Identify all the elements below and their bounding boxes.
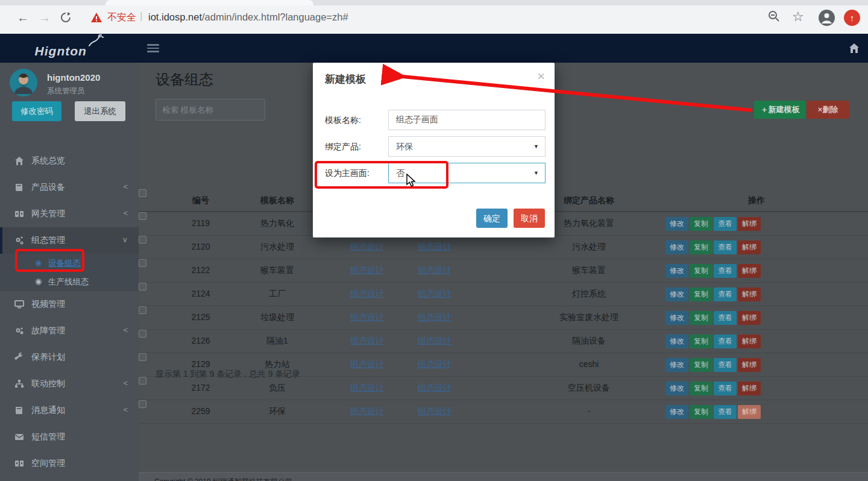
unbind-button[interactable]: 解绑 [738, 382, 761, 395]
browser-tab[interactable] [105, 0, 313, 5]
browser-update-icon[interactable]: ↑ [844, 10, 860, 26]
unbind-button[interactable]: 解绑 [738, 358, 761, 372]
confirm-button[interactable]: 确定 [476, 209, 508, 228]
view-button[interactable]: 查看 [714, 405, 737, 419]
design-link[interactable]: 组态设计 [350, 289, 384, 298]
edit-button[interactable]: 修改 [665, 288, 688, 301]
edit-button[interactable]: 修改 [665, 241, 688, 254]
sidebar-item-fault[interactable]: 故障管理 < [0, 318, 139, 344]
design-link[interactable]: 组态设计 [418, 359, 451, 369]
browser-back-icon[interactable]: ← [17, 11, 29, 24]
sidebar-subitem-device-configuration[interactable]: ◉ 设备组态 [0, 254, 139, 272]
edit-button[interactable]: 修改 [665, 382, 688, 395]
chevron-left-icon: < [123, 182, 128, 191]
view-button[interactable]: 查看 [714, 288, 737, 301]
bind-product-select[interactable]: 环保 ▼ [388, 136, 546, 157]
cancel-button[interactable]: 取消 [514, 209, 545, 228]
view-button[interactable]: 查看 [714, 311, 737, 325]
close-icon[interactable]: × [537, 69, 545, 84]
view-button[interactable]: 查看 [714, 358, 737, 372]
new-template-button[interactable]: ＋新建模板 [754, 101, 806, 119]
design-link[interactable]: 组态设计 [418, 336, 451, 345]
sidebar-subitem-production-line-configuration[interactable]: ◉ 生产线组态 [0, 272, 139, 291]
select-all-checkbox[interactable] [139, 189, 146, 197]
copy-button[interactable]: 复制 [690, 405, 712, 419]
design-link[interactable]: 组态设计 [350, 359, 384, 369]
row-checkbox[interactable] [139, 377, 146, 385]
copy-button[interactable]: 复制 [690, 241, 712, 254]
design-link[interactable]: 组态设计 [418, 406, 451, 416]
view-button[interactable]: 查看 [714, 217, 737, 231]
sidebar-item-linkage-control[interactable]: 联动控制 < [0, 371, 139, 397]
browser-profile-icon[interactable] [819, 10, 835, 26]
template-name-input[interactable] [389, 110, 545, 130]
hignton-logo[interactable]: Hignton [0, 34, 139, 63]
edit-button[interactable]: 修改 [665, 217, 688, 231]
view-button[interactable]: 查看 [714, 382, 737, 395]
zoom-out-icon[interactable] [768, 10, 780, 22]
view-button[interactable]: 查看 [714, 264, 737, 278]
main-screen-select[interactable]: 否 ▼ [388, 163, 546, 183]
design-link[interactable]: 组态设计 [350, 406, 384, 416]
sidebar-item-gateway[interactable]: 网关管理 < [0, 201, 139, 227]
copy-button[interactable]: 复制 [690, 382, 712, 395]
copy-button[interactable]: 复制 [690, 335, 712, 348]
copy-button[interactable]: 复制 [690, 288, 712, 301]
delete-button[interactable]: ×删除 [807, 101, 849, 119]
row-checkbox[interactable] [139, 353, 146, 361]
sidebar-item-video[interactable]: 视频管理 [0, 291, 139, 318]
edit-button[interactable]: 修改 [665, 405, 688, 419]
row-checkbox[interactable] [139, 259, 146, 267]
design-link[interactable]: 组态设计 [350, 336, 384, 345]
unbind-button[interactable]: 解绑 [738, 241, 761, 254]
design-link[interactable]: 组态设计 [350, 312, 384, 322]
cell-product: 隔油设备 [512, 336, 665, 347]
edit-button[interactable]: 修改 [665, 358, 688, 372]
change-password-button[interactable]: 修改密码 [12, 101, 61, 121]
row-checkbox[interactable] [139, 212, 146, 220]
sidebar-item-maintenance[interactable]: 保养计划 [0, 344, 139, 371]
search-input[interactable] [156, 99, 265, 120]
browser-reload-icon[interactable] [60, 12, 71, 23]
edit-button[interactable]: 修改 [665, 311, 688, 325]
address-bar[interactable]: iot.idosp.net/admin/index.html?language=… [148, 11, 348, 23]
design-link[interactable]: 组态设计 [350, 265, 384, 275]
sidebar-item-configuration[interactable]: 组态管理 ∨ [0, 227, 139, 254]
unbind-button[interactable]: 解绑 [738, 288, 761, 301]
row-checkbox[interactable] [139, 283, 146, 291]
sidebar-toggle-button[interactable] [147, 44, 159, 52]
copy-button[interactable]: 复制 [690, 358, 712, 372]
not-secure-warning-icon [90, 12, 102, 23]
unbind-button[interactable]: 解绑 [738, 311, 761, 325]
design-link[interactable]: 组态设计 [350, 242, 384, 251]
sidebar-item-notifications[interactable]: 消息通知 < [0, 397, 139, 424]
view-button[interactable]: 查看 [714, 241, 737, 254]
design-link[interactable]: 组态设计 [418, 383, 451, 392]
copy-button[interactable]: 复制 [690, 311, 712, 325]
row-checkbox[interactable] [139, 306, 146, 314]
design-link[interactable]: 组态设计 [418, 289, 451, 298]
logout-button[interactable]: 退出系统 [75, 101, 125, 121]
sidebar-item-system-overview[interactable]: 系统总览 [0, 148, 139, 174]
unbind-button[interactable]: 解绑 [738, 335, 761, 348]
copy-button[interactable]: 复制 [690, 264, 712, 278]
design-link[interactable]: 组态设计 [350, 383, 384, 392]
sidebar-item-product-devices[interactable]: 产品设备 < [0, 174, 139, 201]
view-button[interactable]: 查看 [714, 335, 737, 348]
edit-button[interactable]: 修改 [665, 264, 688, 278]
edit-button[interactable]: 修改 [665, 335, 688, 348]
home-icon[interactable] [849, 43, 860, 54]
bookmark-star-icon[interactable]: ☆ [792, 9, 804, 25]
column-header-id[interactable]: 编号 [175, 195, 227, 206]
design-link[interactable]: 组态设计 [418, 312, 451, 322]
row-checkbox[interactable] [139, 236, 146, 244]
sidebar-item-space[interactable]: 空间管理 [0, 450, 139, 477]
row-checkbox[interactable] [139, 330, 146, 338]
design-link[interactable]: 组态设计 [418, 242, 451, 251]
sidebar-item-sms[interactable]: 短信管理 [0, 424, 139, 450]
unbind-button[interactable]: 解绑 [738, 217, 761, 231]
unbind-button[interactable]: 解绑 [738, 264, 761, 278]
row-checkbox[interactable] [139, 400, 146, 408]
design-link[interactable]: 组态设计 [418, 265, 451, 275]
copy-button[interactable]: 复制 [690, 217, 712, 231]
